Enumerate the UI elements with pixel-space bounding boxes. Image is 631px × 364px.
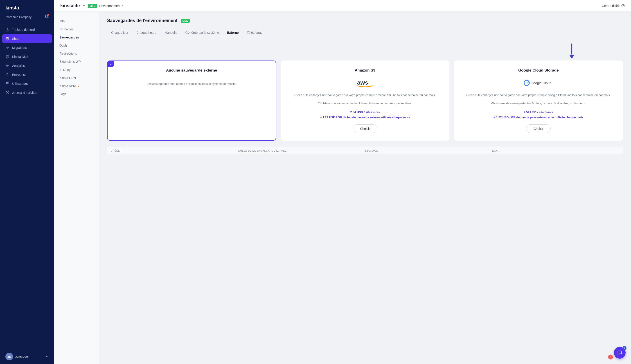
svg-text:Google Cloud: Google Cloud [531,81,552,85]
sidebar-nav: Tableau de bord Sites Migrations Kinsta … [0,24,54,349]
sub-nav-item-outils[interactable]: Outils [54,42,99,50]
down-arrow-indicator [569,44,574,59]
page-live-badge: LIVE [181,19,190,23]
help-link[interactable]: Centre d'aide [602,4,625,8]
sidebar-item-kinsta-dns[interactable]: Kinsta DNS [0,52,54,61]
price-line2: + 1.27 USD / GB de bande passante extern… [461,115,616,120]
aws-logo: aws [287,77,443,88]
page-content: Sauvegardes de l'environnement LIVE Chaq… [99,12,631,364]
tab-generee[interactable]: Générée par le système [182,28,223,37]
col-header-taille: TAILLE DE LA SAUVEGARDE (ZIPPÉE) [238,150,365,152]
logo-text: kinsta [6,5,19,11]
sidebar-logo: kinsta [0,0,54,13]
content-area: Info Domaines Sauvegardes Outils Redirec… [54,12,631,364]
sidebar-item-label: Tableau de bord [12,28,35,32]
sub-nav-label: Domaines [60,28,74,31]
sidebar-item-label: Utilisateurs [12,82,28,86]
sidebar-item-label: Entreprise [12,73,26,76]
sidebar-item-label: Sites [12,37,19,40]
dns-icon [6,55,10,59]
site-selector-button[interactable] [82,4,86,8]
sub-nav-label: IP Deny [60,68,71,72]
price-line2: + 1.27 USD / GB de bande passante extern… [287,115,443,120]
environment-selector[interactable]: Environnement [99,4,125,8]
card-title: Amazon S3 [287,68,443,73]
sub-nav-item-domaines[interactable]: Domaines [54,25,99,33]
chat-button[interactable]: 2 [614,347,626,358]
sub-nav-item-extensions-wp[interactable]: Extensions WP [54,58,99,66]
sub-nav-label: Logs [60,92,66,96]
sidebar-item-label: Journal d'activités [12,91,37,94]
user-name: John Doe [15,355,28,358]
sidebar-item-entreprise[interactable]: Entreprise [0,70,54,79]
analytics-icon [6,64,10,68]
card-google-cloud[interactable]: Google Cloud Storage Google Cloud Créez … [454,60,623,140]
sidebar-item-journal[interactable]: Journal d'activités [0,88,54,97]
main-area: kinstalife LIVE Environnement Centre d'a… [54,0,631,364]
sub-nav-item-redirections[interactable]: Redirections [54,50,99,58]
sub-nav-label: Kinsta CDN [60,76,76,80]
sub-nav-item-kinsta-cdn[interactable]: Kinsta CDN [54,74,99,82]
chevron-up-icon [45,355,48,358]
card-no-backup[interactable]: ✓ Aucune sauvegarde externe Les sauvegar… [107,60,276,140]
price-line1: 2.54 USD / site / mois [287,110,443,115]
card-description2: Choisissez de sauvegarder les fichiers, … [461,101,616,106]
sidebar: kinsta Awesome Company Tableau de bord S… [0,0,54,364]
sidebar-item-tableau-de-bord[interactable]: Tableau de bord [0,25,54,34]
building-icon [6,73,10,77]
tab-chaque-heure[interactable]: Chaque heure [132,28,160,37]
tab-externe[interactable]: Externe [223,28,242,37]
tabs: Chaque jour Chaque heure Manuelle Généré… [107,28,623,37]
sub-nav-item-logs[interactable]: Logs [54,90,99,98]
card-description: Créez et téléchargez une sauvegarde sur … [461,93,616,98]
user-info[interactable]: JD John Doe [6,353,28,360]
sub-nav-item-sauvegardes[interactable]: Sauvegardes [54,33,99,42]
google-cloud-logo: Google Cloud [461,77,616,88]
sub-nav-item-kinsta-apm[interactable]: Kinsta APM ▲ [54,82,99,90]
sub-nav: Info Domaines Sauvegardes Outils Redirec… [54,12,99,364]
activity-icon [6,91,10,95]
sidebar-item-analytics[interactable]: Analytics [0,61,54,70]
sidebar-item-migrations[interactable]: Migrations [0,43,54,52]
chat-icon [617,350,622,355]
card-price: 2.54 USD / site / mois + 1.27 USD / GB d… [461,110,616,120]
sub-nav-label: Extensions WP [60,60,81,64]
card-price: 2.54 USD / site / mois + 1.27 USD / GB d… [287,110,443,120]
card-description: Créez et téléchargez une sauvegarde sur … [287,93,443,98]
notification-dot [48,14,49,16]
cards-grid: ✓ Aucune sauvegarde externe Les sauvegar… [107,60,623,140]
table-header: CRÉÉE TAILLE DE LA SAUVEGARDE (ZIPPÉE) S… [107,147,623,154]
svg-point-2 [7,56,8,57]
choose-google-button[interactable]: Choisir [526,124,551,133]
col-header-etat: ÉTAT [492,150,619,152]
sidebar-item-utilisateurs[interactable]: Utilisateurs [0,79,54,88]
sidebar-item-label: Migrations [12,46,27,50]
card-description: Les sauvegardes sont créées et stockées … [114,82,269,86]
live-badge: LIVE [88,4,97,8]
avatar: JD [6,353,13,360]
choose-amazon-button[interactable]: Choisir [353,124,378,133]
tab-chaque-jour[interactable]: Chaque jour [107,28,132,37]
apm-badge: ▲ [78,85,80,87]
close-chat-button[interactable]: ✕ [608,354,613,360]
top-header: kinstalife LIVE Environnement Centre d'a… [54,0,631,12]
card-amazon-s3[interactable]: Amazon S3 aws Créez et téléchargez une s… [280,60,450,140]
notification-icon[interactable] [44,14,48,19]
col-header-creee: CRÉÉE [111,150,238,152]
price-line1: 2.54 USD / site / mois [461,110,616,115]
sidebar-item-label: Kinsta DNS [12,55,28,58]
site-name: kinstalife [60,3,80,8]
users-icon [6,82,10,86]
company-name: Awesome Company [6,15,32,19]
sub-nav-label: Sauvegardes [60,36,79,39]
sub-nav-item-info[interactable]: Info [54,17,99,25]
sub-nav-label: Outils [60,44,68,47]
sub-nav-item-ip-deny[interactable]: IP Deny [54,66,99,74]
svg-point-4 [6,82,8,84]
tab-telecharger[interactable]: Télécharger [243,28,268,37]
sidebar-item-label: Analytics [12,64,25,68]
card-check-icon: ✓ [108,61,114,67]
sidebar-item-sites[interactable]: Sites [2,34,52,43]
tab-manuelle[interactable]: Manuelle [160,28,182,37]
home-icon [6,28,10,32]
